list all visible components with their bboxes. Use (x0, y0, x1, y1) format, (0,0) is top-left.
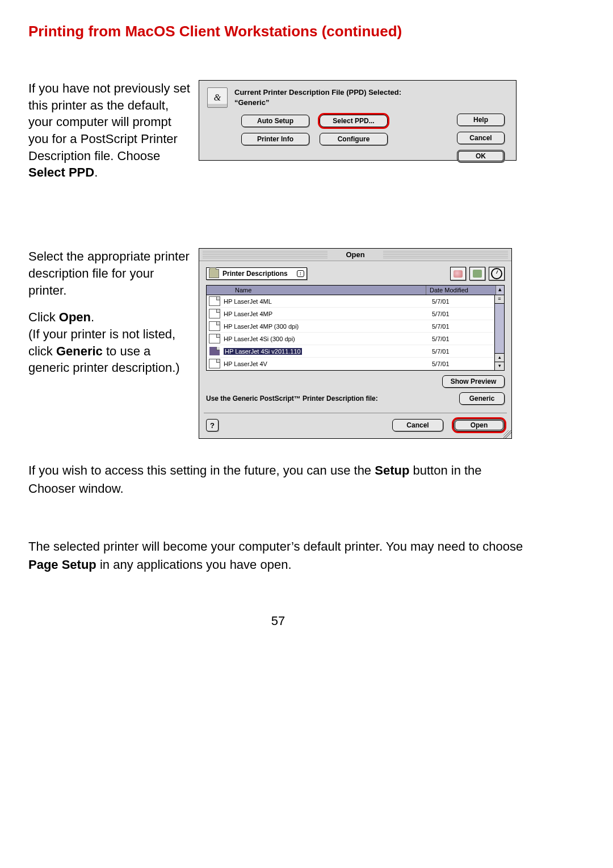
open-dialog-title: Open (340, 250, 370, 259)
generic-label: Use the Generic PostScript™ Printer Desc… (206, 395, 378, 402)
file-name: HP LaserJet 4MP (224, 311, 432, 317)
scroll-up-button[interactable]: ▴ (495, 353, 504, 362)
scroll-track[interactable] (495, 304, 504, 353)
instr1-post: . (94, 165, 98, 179)
instr2-p2-pre: Click (28, 310, 59, 324)
file-date: 5/7/01 (432, 336, 492, 342)
folder-icon (209, 269, 219, 278)
column-date-header[interactable]: Date Modified (426, 286, 496, 295)
file-row[interactable]: HP LaserJet 4Si v2011.1105/7/01 (207, 345, 494, 358)
document-icon (209, 334, 220, 343)
document-icon (209, 321, 220, 331)
instr2-p3-bold: Generic (56, 344, 103, 358)
shortcut-button[interactable] (450, 267, 466, 280)
file-date: 5/7/01 (432, 323, 492, 330)
instr1-bold: Select PPD (28, 165, 94, 179)
scrollbar[interactable]: ≡ ▴ ▾ (494, 295, 504, 370)
file-date: 5/7/01 (432, 348, 492, 355)
resize-handle-icon[interactable] (503, 430, 511, 438)
ok-button[interactable]: OK (457, 150, 505, 162)
configure-button[interactable]: Configure (320, 133, 388, 145)
desktop-icon (473, 270, 482, 278)
divider (204, 413, 507, 413)
ppd-dialog: & Current Printer Description File (PPD)… (199, 80, 517, 161)
file-row[interactable]: HP LaserJet 4V5/7/01 (207, 358, 494, 370)
scroll-down-button[interactable]: ▾ (495, 362, 504, 370)
clock-icon (491, 268, 502, 279)
select-ppd-button[interactable]: Select PPD... (320, 115, 388, 127)
folder-popup-label: Printer Descriptions (222, 270, 288, 278)
printer-info-button[interactable]: Printer Info (241, 133, 309, 145)
file-row[interactable]: HP LaserJet 4MP (300 dpi)5/7/01 (207, 320, 494, 333)
desktop-button[interactable] (469, 267, 485, 280)
column-name-header[interactable]: Name (207, 286, 426, 295)
file-list: Name Date Modified ▴ HP LaserJet 4ML5/7/… (206, 285, 505, 371)
document-icon (209, 346, 220, 356)
after-text-1: If you wish to access this setting in th… (28, 462, 528, 498)
show-preview-button[interactable]: Show Preview (442, 375, 505, 388)
after1-pre: If you wish to access this setting in th… (28, 463, 375, 477)
ppd-dialog-subtitle: “Generic” (234, 98, 269, 107)
instruction-block-1: If you have not previously set this prin… (28, 80, 199, 191)
file-name: HP LaserJet 4ML (224, 298, 432, 305)
after2-pre: The selected printer will become your co… (28, 539, 523, 553)
file-date: 5/7/01 (432, 298, 492, 305)
document-icon (209, 309, 220, 318)
instr2-p1: Select the appropriate printer descripti… (28, 248, 193, 299)
recent-button[interactable] (489, 267, 505, 280)
file-name: HP LaserJet 4Si v2011.110 (224, 348, 432, 355)
after1-bold: Setup (375, 463, 409, 477)
instr2-p2-post: . (91, 310, 94, 324)
instr2-p2-bold: Open (59, 310, 91, 324)
file-name: HP LaserJet 4V (224, 360, 432, 367)
document-icon (209, 359, 220, 368)
help-icon-button[interactable]: ? (206, 419, 219, 431)
open-dialog: Open Printer Descriptions ↕ Name Date Mo… (199, 248, 512, 439)
after2-post: in any applications you have open. (96, 557, 292, 572)
disk-icon (454, 270, 463, 278)
after-text-2: The selected printer will become your co… (28, 538, 528, 574)
instr1-text: If you have not previously set this prin… (28, 81, 190, 163)
help-button[interactable]: Help (457, 114, 505, 126)
file-name: HP LaserJet 4Si (300 dpi) (224, 336, 432, 342)
ppd-dialog-title: Current Printer Description File (PPD) S… (234, 88, 401, 97)
scroll-thumb-icon[interactable]: ≡ (495, 295, 504, 304)
open-cancel-button[interactable]: Cancel (392, 419, 443, 431)
file-row[interactable]: HP LaserJet 4MP5/7/01 (207, 308, 494, 320)
file-row[interactable]: HP LaserJet 4Si (300 dpi)5/7/01 (207, 333, 494, 345)
page-number: 57 (28, 614, 528, 628)
file-date: 5/7/01 (432, 311, 492, 317)
file-name: HP LaserJet 4MP (300 dpi) (224, 323, 432, 330)
popup-arrows-icon: ↕ (297, 270, 304, 277)
auto-setup-button[interactable]: Auto Setup (241, 115, 309, 127)
cancel-button[interactable]: Cancel (457, 132, 505, 144)
file-date: 5/7/01 (432, 360, 492, 367)
open-confirm-button[interactable]: Open (454, 419, 505, 431)
file-row[interactable]: HP LaserJet 4ML5/7/01 (207, 295, 494, 308)
folder-popup[interactable]: Printer Descriptions ↕ (206, 267, 307, 280)
document-icon (209, 296, 220, 306)
page-heading: Printing from MacOS Client Workstations … (28, 23, 528, 40)
generic-button[interactable]: Generic (459, 392, 505, 405)
sort-indicator[interactable]: ▴ (496, 286, 504, 295)
printer-icon: & (207, 87, 228, 108)
instruction-block-2: Select the appropriate printer descripti… (28, 248, 199, 387)
after2-bold: Page Setup (28, 557, 96, 572)
